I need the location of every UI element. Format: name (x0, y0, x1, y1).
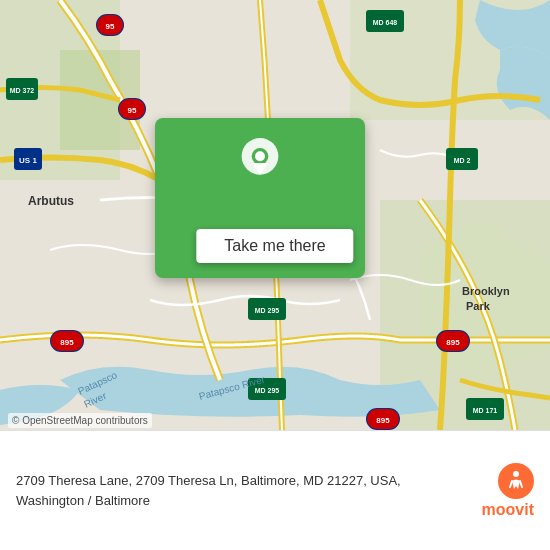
svg-text:MD 372: MD 372 (10, 87, 35, 94)
address-text: 2709 Theresa Lane, 2709 Theresa Ln, Balt… (16, 471, 470, 510)
svg-text:MD 2: MD 2 (454, 157, 471, 164)
svg-text:895: 895 (60, 338, 74, 347)
svg-text:US 1: US 1 (19, 156, 37, 165)
svg-text:Brooklyn: Brooklyn (462, 285, 510, 297)
moovit-icon (498, 463, 534, 499)
take-me-there-button[interactable]: Take me there (196, 229, 353, 263)
svg-text:95: 95 (128, 106, 137, 115)
svg-text:895: 895 (376, 416, 390, 425)
svg-point-43 (255, 151, 265, 161)
svg-text:Park: Park (466, 300, 491, 312)
map-container: US 1 MD 372 95 95 MD 648 MD 295 MD 295 M… (0, 0, 550, 550)
svg-text:Arbutus: Arbutus (28, 194, 74, 208)
svg-text:95: 95 (106, 22, 115, 31)
moovit-logo: moovit (482, 463, 534, 519)
info-panel: 2709 Theresa Lane, 2709 Theresa Ln, Balt… (0, 430, 550, 550)
copyright-text: © OpenStreetMap contributors (8, 413, 152, 428)
svg-text:MD 171: MD 171 (473, 407, 498, 414)
svg-point-46 (513, 471, 519, 477)
svg-text:895: 895 (446, 338, 460, 347)
svg-text:MD 648: MD 648 (373, 19, 398, 26)
location-pin-icon (235, 138, 285, 188)
moovit-brand-text: moovit (482, 501, 534, 519)
svg-text:MD 295: MD 295 (255, 387, 280, 394)
svg-text:MD 295: MD 295 (255, 307, 280, 314)
